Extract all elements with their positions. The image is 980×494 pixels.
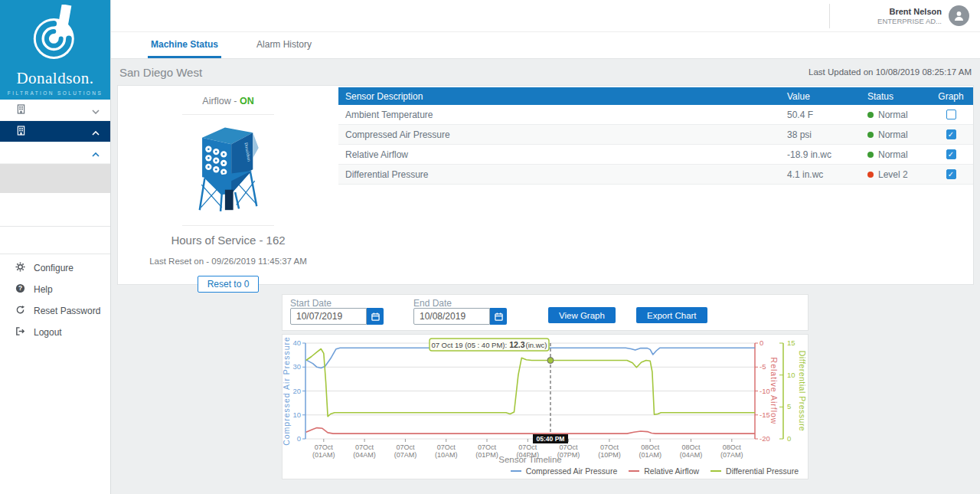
chevron-up-icon	[92, 146, 100, 160]
sidebar-item-machine-group[interactable]	[0, 142, 110, 164]
sensor-chart[interactable]: 0102030400-5-10-15-20151050Compressed Ai…	[283, 335, 808, 483]
chevron-down-icon	[92, 103, 100, 117]
svg-text:08Oct(04AM): 08Oct(04AM)	[680, 443, 703, 459]
end-date-input[interactable]	[413, 308, 490, 325]
tab-machine-status[interactable]: Machine Status	[148, 32, 221, 58]
hours-of-service: Hours of Service - 162	[118, 234, 338, 247]
calendar-icon	[495, 312, 503, 321]
airflow-label: Airflow -	[202, 96, 237, 106]
graph-checkbox[interactable]	[946, 110, 956, 119]
sensor-value: 50.4 F	[787, 110, 867, 120]
column-value: Value	[787, 91, 867, 102]
page-head: San Diego West Last Updated on 10/08/201…	[117, 59, 974, 85]
sidebar-item-reset-password[interactable]: Reset Password	[0, 300, 110, 322]
sidebar-divider	[0, 226, 110, 227]
svg-text:5: 5	[787, 402, 791, 411]
machine-summary: Airflow - ON	[118, 86, 338, 284]
divider	[182, 225, 274, 226]
svg-text:-5: -5	[760, 362, 766, 371]
column-sensor-description: Sensor Description	[338, 91, 787, 102]
reset-icon	[15, 305, 25, 317]
sidebar-item-site[interactable]	[0, 121, 110, 142]
sensor-status: Normal	[867, 149, 929, 160]
sensor-value: 38 psi	[787, 129, 867, 140]
page-title: San Diego West	[119, 66, 202, 79]
graph-controls-panel: Start Date End Date View Graph Export Ch…	[282, 294, 808, 331]
svg-text:20: 20	[292, 387, 301, 395]
start-date-label: Start Date	[290, 298, 332, 309]
user-role: ENTERPRISE AD...	[877, 17, 942, 25]
table-row: Relative Airflow-18.9 in.wcNormal✓	[338, 145, 973, 165]
app-window: Donaldson. FILTRATION SOLUTIONS	[0, 0, 980, 494]
page-content: San Diego West Last Updated on 10/08/201…	[111, 59, 980, 494]
table-row: Ambient Temperature50.4 FNormal	[338, 105, 973, 125]
help-icon: ?	[15, 283, 25, 296]
sensor-status: Normal	[867, 129, 929, 140]
sidebar-item-logout[interactable]: Logout	[0, 322, 110, 343]
svg-text:10: 10	[292, 411, 301, 419]
sidebar-item-help[interactable]: ?Help	[0, 279, 110, 300]
svg-text:08Oct(07AM): 08Oct(07AM)	[720, 443, 743, 459]
start-date-input[interactable]	[290, 308, 367, 325]
sensor-status: Level 2	[867, 169, 929, 180]
end-date-calendar-button[interactable]	[490, 308, 507, 325]
svg-text:08Oct(01AM): 08Oct(01AM)	[639, 443, 662, 459]
column-graph: Graph	[929, 91, 973, 102]
svg-text:-20: -20	[760, 434, 770, 443]
sidebar: Donaldson. FILTRATION SOLUTIONS	[0, 0, 111, 494]
gear-icon	[15, 262, 25, 274]
end-date-label: End Date	[413, 298, 452, 309]
brand-tagline: FILTRATION SOLUTIONS	[0, 90, 110, 96]
chart-legend: Compressed Air PressureRelative AirflowD…	[511, 466, 799, 476]
svg-text:15: 15	[787, 339, 795, 347]
sensor-description: Compressed Air Pressure	[338, 129, 787, 140]
legend-item[interactable]: Compressed Air Pressure	[511, 466, 618, 476]
sensor-description: Relative Airflow	[338, 149, 787, 160]
sensor-description: Ambient Temperature	[338, 110, 787, 120]
svg-text:40: 40	[292, 339, 301, 347]
sidebar-item-company[interactable]	[0, 100, 110, 121]
svg-text:07 Oct 19 (05 : 40 PM):12.3(in: 07 Oct 19 (05 : 40 PM):12.3(in.wc)	[431, 340, 547, 349]
building-icon	[17, 103, 25, 117]
export-chart-button[interactable]: Export Chart	[636, 307, 707, 323]
start-date-calendar-button[interactable]	[367, 308, 384, 325]
legend-item[interactable]: Differential Pressure	[710, 466, 799, 476]
graph-checkbox[interactable]: ✓	[946, 169, 956, 179]
sidebar-selected-machine[interactable]	[0, 164, 110, 193]
sensor-table: Sensor Description Value Status Graph Am…	[338, 86, 973, 284]
sensor-value: -18.9 in.wc	[787, 149, 867, 160]
view-graph-button[interactable]: View Graph	[548, 307, 616, 323]
tab-alarm-history[interactable]: Alarm History	[253, 32, 315, 58]
chevron-up-icon	[92, 125, 100, 139]
avatar[interactable]	[949, 5, 969, 26]
top-header: Brent Nelson ENTERPRISE AD...	[111, 0, 980, 32]
legend-swatch	[511, 470, 521, 473]
header-divider	[829, 4, 830, 28]
status-dot	[867, 112, 874, 118]
legend-swatch	[710, 470, 721, 473]
svg-text:Differential Pressure: Differential Pressure	[798, 351, 807, 431]
table-row: Differential Pressure4.1 in.wcLevel 2✓	[338, 165, 973, 185]
brand-logo: Donaldson. FILTRATION SOLUTIONS	[0, 0, 110, 100]
sidebar-item-configure[interactable]: Configure	[0, 257, 110, 279]
graph-checkbox[interactable]: ✓	[946, 129, 956, 139]
legend-item[interactable]: Relative Airflow	[629, 466, 699, 476]
sensor-table-header: Sensor Description Value Status Graph	[338, 87, 973, 105]
svg-text:0: 0	[297, 434, 301, 443]
svg-text:-15: -15	[760, 411, 770, 419]
sidebar-footer: Configure?HelpReset PasswordLogout	[0, 257, 110, 343]
svg-text:Relative Airflow: Relative Airflow	[769, 358, 779, 425]
logout-icon	[15, 326, 25, 339]
svg-text:0: 0	[760, 339, 763, 347]
table-row: Compressed Air Pressure38 psiNormal✓	[338, 125, 973, 145]
svg-text:0: 0	[787, 434, 791, 443]
machine-status-panel: Airflow - ON	[117, 85, 974, 285]
airflow-status: Airflow - ON	[118, 96, 338, 106]
sensor-table-body: Ambient Temperature50.4 FNormalCompresse…	[338, 105, 973, 185]
calendar-icon	[371, 312, 380, 321]
svg-text:?: ?	[18, 284, 22, 292]
svg-text:-10: -10	[760, 387, 770, 395]
status-dot	[867, 172, 874, 178]
graph-checkbox[interactable]: ✓	[946, 149, 956, 159]
reset-to-zero-button[interactable]: Reset to 0	[198, 276, 260, 293]
